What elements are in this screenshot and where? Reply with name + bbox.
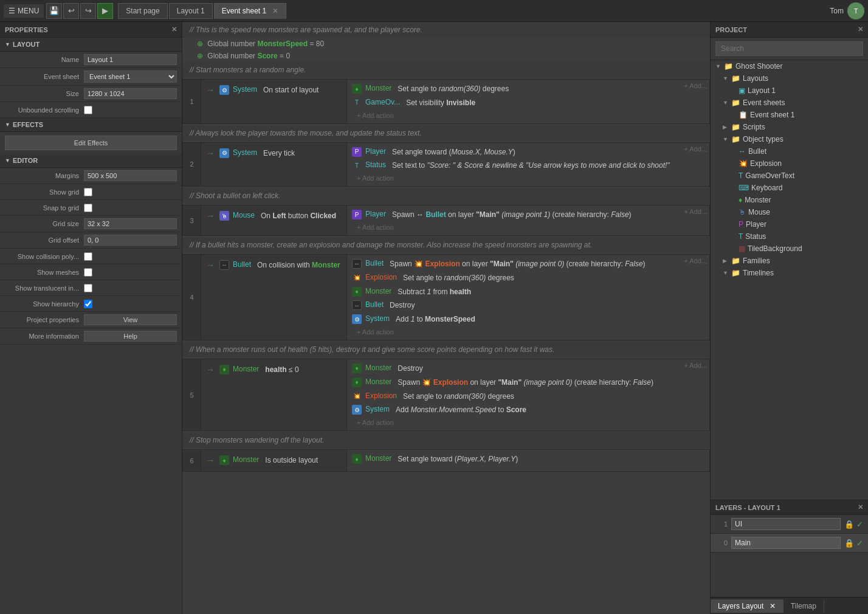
project-close[interactable]: ✕ [858, 26, 863, 33]
tree-layout1[interactable]: ▣ Layout 1 [711, 85, 868, 97]
tab-start-page[interactable]: Start page [118, 3, 167, 19]
tab-event-sheet1[interactable]: Event sheet 1 ✕ [214, 3, 286, 19]
layers-layout-close[interactable]: ✕ [770, 602, 776, 610]
add-event-1[interactable]: + Add... [681, 80, 709, 123]
add-action-5[interactable]: + Add action [352, 417, 677, 428]
name-input[interactable] [84, 54, 177, 65]
bullet-icon-4-1: ↔ [352, 259, 362, 269]
show-grid-checkbox[interactable] [84, 188, 92, 196]
tab-layout1[interactable]: Layout 1 [169, 3, 213, 19]
save-button[interactable]: 💾 [46, 3, 62, 19]
action-5-3: 💥 Explosion Set angle to random(360) deg… [352, 390, 677, 404]
condition-text-4: On collision with Monster [257, 260, 340, 271]
unbounded-checkbox[interactable] [84, 106, 92, 114]
prop-event-sheet-row: Event sheet Event sheet 1 [0, 68, 182, 86]
layer-row-ui: 1 🔒 ✓ [711, 515, 868, 534]
tab-layers-layout[interactable]: Layers Layout ✕ [711, 599, 784, 613]
tree-monster[interactable]: ♦ Monster [711, 194, 868, 206]
grid-offset-input[interactable] [84, 235, 177, 246]
keyboard-label: Keyboard [751, 184, 782, 192]
add-event-2[interactable]: + Add... [681, 143, 709, 187]
layer-visible-ui[interactable]: ✓ [856, 520, 863, 529]
layer-lock-main[interactable]: 🔒 [844, 539, 854, 548]
action-5-2: ♦ Monster Spawn 💥 Explosion on layer "Ma… [352, 376, 677, 390]
search-input[interactable] [715, 41, 863, 56]
condition-text-6: Is outside layout [265, 455, 318, 466]
add-action-2[interactable]: + Add action [352, 173, 677, 184]
layers-close[interactable]: ✕ [858, 503, 863, 511]
user-avatar[interactable]: T [847, 2, 864, 19]
scripts-label: Scripts [743, 123, 765, 131]
add-action-4[interactable]: + Add action [352, 326, 677, 337]
collision-label: Show collision poly... [5, 253, 84, 260]
system-icon-2: ⚙ [219, 148, 229, 158]
layer-visible-main[interactable]: ✓ [856, 539, 863, 548]
tree-tiledbg[interactable]: ▩ TiledBackground [711, 243, 868, 255]
size-input[interactable] [84, 88, 177, 99]
tree-player[interactable]: P Player [711, 218, 868, 230]
tree-gameover[interactable]: T GameOverText [711, 170, 868, 182]
tree-event-sheets[interactable]: ▼ 📁 Event sheets [711, 97, 868, 109]
action-obj-3-1: Player [365, 210, 386, 218]
hierarchy-label: Show hierarchy [5, 300, 84, 308]
global-var2-val: 0 [286, 52, 290, 60]
play-button[interactable]: ▶ [97, 3, 113, 19]
tree-bullet[interactable]: ↔ Bullet [711, 145, 868, 157]
collision-checkbox[interactable] [84, 252, 92, 261]
event-actions-1: ♦ Monster Set angle to random(360) degre… [347, 80, 681, 123]
edit-effects-button[interactable]: Edit Effects [5, 136, 177, 150]
grid-size-input[interactable] [84, 218, 177, 229]
tree-status[interactable]: T Status [711, 230, 868, 243]
hierarchy-checkbox[interactable] [84, 300, 92, 308]
layouts-label: Layouts [743, 74, 768, 83]
event-sheet-select[interactable]: Event sheet 1 [84, 71, 177, 83]
prop-project-props-row: Project properties View [0, 312, 182, 328]
tab-close-icon[interactable]: ✕ [272, 7, 278, 15]
layer-name-main[interactable] [731, 537, 841, 549]
main-layout: PROPERTIES ✕ ▼ LAYOUT Name Event sheet E… [0, 22, 868, 614]
layout-section-header[interactable]: ▼ LAYOUT [0, 38, 182, 52]
tree-scripts[interactable]: ▶ 📁 Scripts [711, 121, 868, 133]
add-event-5[interactable]: + Add... [681, 359, 709, 430]
tree-mouse[interactable]: 🖱 Mouse [711, 206, 868, 218]
name-label: Name [5, 56, 84, 63]
tree-explosion[interactable]: 💥 Explosion [711, 157, 868, 170]
action-obj-2-1: Player [365, 147, 386, 156]
redo-button[interactable]: ↪ [80, 3, 96, 19]
more-info-button[interactable]: Help [84, 331, 177, 342]
add-event-3[interactable]: + Add... [681, 205, 709, 235]
tree-families[interactable]: ▶ 📁 Families [711, 255, 868, 267]
meshes-checkbox[interactable] [84, 268, 92, 277]
add-action-1[interactable]: + Add action [352, 110, 677, 121]
monster-icon-4: ♦ [352, 287, 362, 297]
action-4-5: ⚙ System Add 1 to MonsterSpeed [352, 312, 677, 326]
project-props-button[interactable]: View [84, 314, 177, 325]
layers-header: LAYERS - LAYOUT 1 ✕ [711, 500, 868, 515]
undo-button[interactable]: ↩ [63, 3, 79, 19]
comment1: // This is the speed new monsters are sp… [182, 22, 710, 38]
effects-section-header[interactable]: ▼ EFFECTS [0, 118, 182, 132]
menu-button[interactable]: ☰ MENU [4, 4, 44, 18]
layer-lock-ui[interactable]: 🔒 [844, 520, 854, 529]
margins-input[interactable] [84, 170, 177, 181]
tree-keyboard[interactable]: ⌨ Keyboard [711, 182, 868, 194]
editor-section-header[interactable]: ▼ EDITOR [0, 154, 182, 168]
translucent-checkbox[interactable] [84, 284, 92, 292]
tree-layouts[interactable]: ▼ 📁 Layouts [711, 72, 868, 85]
add-event-4[interactable]: + Add... [681, 255, 709, 340]
project-panel: PROJECT ✕ ▼ 📁 Ghost Shooter ▼ 📁 Layouts … [710, 22, 868, 614]
prop-hierarchy-row: Show hierarchy [0, 296, 182, 312]
snap-grid-checkbox[interactable] [84, 204, 92, 212]
add-action-3[interactable]: + Add action [352, 222, 677, 233]
action-3-1: P Player Spawn ↔ Bullet on layer "Main" … [352, 208, 677, 222]
layout-arrow: ▼ [5, 41, 10, 47]
monster-icon: ♦ [739, 196, 742, 204]
layer-name-ui[interactable] [731, 518, 841, 530]
tree-event-sheet1[interactable]: 📋 Event sheet 1 [711, 109, 868, 121]
tree-timelines[interactable]: ▼ 📁 Timelines [711, 267, 868, 279]
condition-text-1: On start of layout [263, 85, 319, 95]
tab-tilemap[interactable]: Tilemap [784, 599, 824, 613]
tree-object-types[interactable]: ▼ 📁 Object types [711, 133, 868, 145]
properties-close[interactable]: ✕ [171, 26, 177, 33]
tree-root[interactable]: ▼ 📁 Ghost Shooter [711, 60, 868, 72]
